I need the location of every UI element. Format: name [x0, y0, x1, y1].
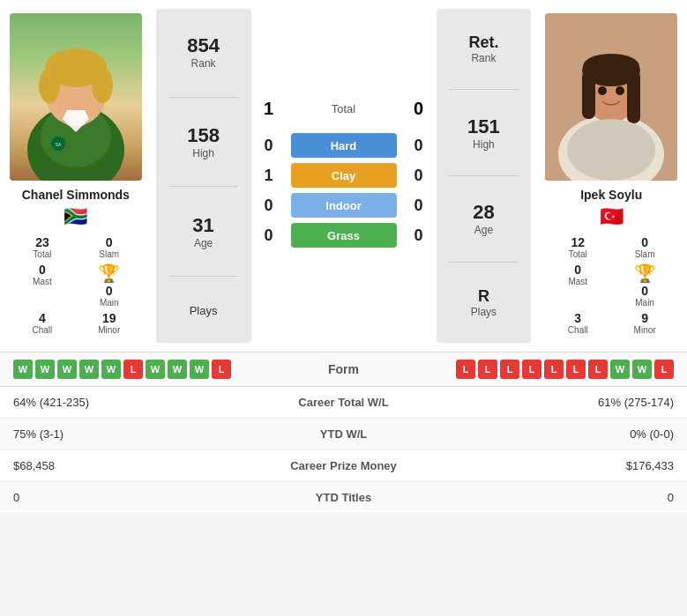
- age-stat-left: 31 Age: [161, 207, 247, 256]
- svg-point-18: [598, 86, 607, 95]
- svg-rect-15: [582, 71, 595, 119]
- score-rows: 0 Hard 0 1 Clay 0 0: [256, 128, 432, 253]
- form-badge-left: W: [13, 360, 33, 379]
- stats-center-label: YTD W/L: [256, 427, 432, 441]
- player-silhouette-right: [545, 13, 677, 181]
- stats-card-right: Ret. Rank 151 High 28 Age R Plays: [437, 9, 532, 343]
- hard-score-right: 0: [406, 137, 432, 155]
- grass-score-right: 0: [406, 226, 432, 245]
- stats-right-value: 61% (275-174): [432, 396, 675, 409]
- clay-score-left: 1: [256, 167, 282, 185]
- high-stat-left: 158 High: [161, 117, 247, 167]
- grass-score-left: 0: [256, 226, 282, 245]
- stat-trophy-left: 🏆 0 Main: [79, 263, 139, 308]
- player-photo-left: SA: [10, 13, 142, 181]
- form-section: WWWWWLWWWL Form LLLLLLLWWL: [0, 352, 687, 386]
- age-stat-right: 28 Age: [441, 194, 527, 243]
- form-label: Form: [291, 362, 397, 376]
- stats-right-value: 0: [432, 491, 675, 504]
- player-name-right: Ipek Soylu: [580, 188, 642, 202]
- player-flag-left: 🇿🇦: [63, 205, 87, 228]
- stat-slam-right: 0 Slam: [615, 235, 675, 259]
- rank-stat-right: Ret. Rank: [441, 26, 527, 71]
- form-badge-left: W: [146, 360, 165, 379]
- stat-slam-left: 0 Slam: [79, 235, 139, 259]
- form-badge-right: L: [522, 360, 541, 379]
- stats-card-left: 854 Rank 158 High 31 Age Plays: [156, 9, 251, 343]
- form-badge-right: L: [544, 360, 564, 379]
- score-row-indoor: 0 Indoor 0: [256, 193, 432, 218]
- surface-clay-btn[interactable]: Clay: [291, 163, 397, 188]
- stats-left-value: 75% (3-1): [13, 427, 256, 441]
- score-row-hard: 0 Hard 0: [256, 133, 432, 158]
- form-badge-right: L: [456, 360, 475, 379]
- svg-point-20: [567, 119, 655, 181]
- stats-right-value: $176,433: [432, 459, 675, 472]
- total-row: 1 Total 0: [256, 99, 432, 119]
- svg-point-17: [583, 54, 639, 78]
- stat-trophy-right: 🏆 0 Main: [615, 263, 675, 308]
- stat-total-left: 23 Total: [12, 235, 72, 259]
- surface-grass-btn[interactable]: Grass: [291, 223, 397, 248]
- surface-indoor-btn[interactable]: Indoor: [291, 193, 397, 218]
- rank-stat-left: 854 Rank: [161, 27, 247, 77]
- stat-minor-left: 19 Minor: [79, 311, 139, 335]
- form-badge-left: L: [212, 360, 231, 379]
- stats-row: 0YTD Titles0: [0, 482, 687, 514]
- plays-stat-left: Plays: [161, 297, 247, 324]
- stats-left-value: $68,458: [13, 459, 256, 472]
- form-badge-left: W: [35, 360, 55, 379]
- top-section: SA Chanel Simmonds 🇿🇦 23 Total 0 Slam: [0, 0, 687, 352]
- svg-text:SA: SA: [55, 142, 61, 147]
- player-col-left: SA Chanel Simmonds 🇿🇦 23 Total 0 Slam: [0, 9, 152, 343]
- total-score-left: 1: [256, 99, 282, 119]
- player-flag-right: 🇹🇷: [600, 205, 624, 228]
- stats-center-label: Career Prize Money: [256, 459, 432, 472]
- total-label: Total: [291, 102, 397, 115]
- stats-table: 64% (421-235)Career Total W/L61% (275-17…: [0, 386, 687, 514]
- stats-left-value: 0: [13, 491, 256, 504]
- form-badge-right: L: [654, 360, 674, 379]
- divider-2: [168, 186, 237, 187]
- stats-row: 75% (3-1)YTD W/L0% (0-0): [0, 419, 687, 450]
- stats-left-value: 64% (421-235): [13, 396, 256, 409]
- divider-r1: [449, 89, 518, 90]
- trophy-icon-left: 🏆: [98, 263, 120, 284]
- svg-point-6: [92, 68, 113, 103]
- surface-hard-btn[interactable]: Hard: [291, 133, 397, 158]
- main-container: SA Chanel Simmonds 🇿🇦 23 Total 0 Slam: [0, 0, 687, 514]
- stats-right-value: 0% (0-0): [432, 427, 675, 441]
- player-name-left: Chanel Simmonds: [22, 188, 130, 202]
- form-badge-right: L: [566, 360, 586, 379]
- stat-minor-right: 9 Minor: [615, 311, 675, 335]
- score-row-clay: 1 Clay 0: [256, 163, 432, 188]
- indoor-score-right: 0: [406, 197, 432, 215]
- score-row-grass: 0 Grass 0: [256, 223, 432, 248]
- svg-rect-16: [627, 71, 640, 123]
- form-badge-left: W: [190, 360, 209, 379]
- player-col-right: Ipek Soylu 🇹🇷 12 Total 0 Slam 0 Mast: [535, 9, 687, 343]
- middle-section: 1 Total 0 0 Hard 0 1 Clay: [256, 9, 432, 343]
- player-silhouette-left: SA: [10, 13, 142, 181]
- divider-3: [168, 276, 237, 277]
- divider-r3: [449, 262, 518, 263]
- hard-score-left: 0: [256, 137, 282, 155]
- indoor-score-left: 0: [256, 197, 282, 215]
- form-badges-left: WWWWWLWWWL: [13, 360, 291, 379]
- player-photo-right: [545, 13, 677, 181]
- stat-chall-left: 4 Chall: [12, 311, 72, 335]
- high-stat-right: 151 High: [441, 108, 527, 158]
- form-badge-left: W: [101, 360, 121, 379]
- player-sub-stats-left: 23 Total 0 Slam 0 Mast 🏆 0 Main 4: [9, 235, 143, 338]
- form-badge-right: W: [632, 360, 652, 379]
- stats-row: 64% (421-235)Career Total W/L61% (275-17…: [0, 387, 687, 419]
- stat-chall-right: 3 Chall: [548, 311, 608, 335]
- stats-center-label: Career Total W/L: [256, 396, 432, 409]
- svg-point-19: [616, 86, 624, 95]
- total-score-right: 0: [406, 99, 432, 119]
- stat-mast-right: 0 Mast: [548, 263, 608, 308]
- form-badge-right: W: [610, 360, 630, 379]
- form-badge-right: L: [478, 360, 497, 379]
- divider-r2: [449, 175, 518, 176]
- stats-row: $68,458Career Prize Money$176,433: [0, 450, 687, 482]
